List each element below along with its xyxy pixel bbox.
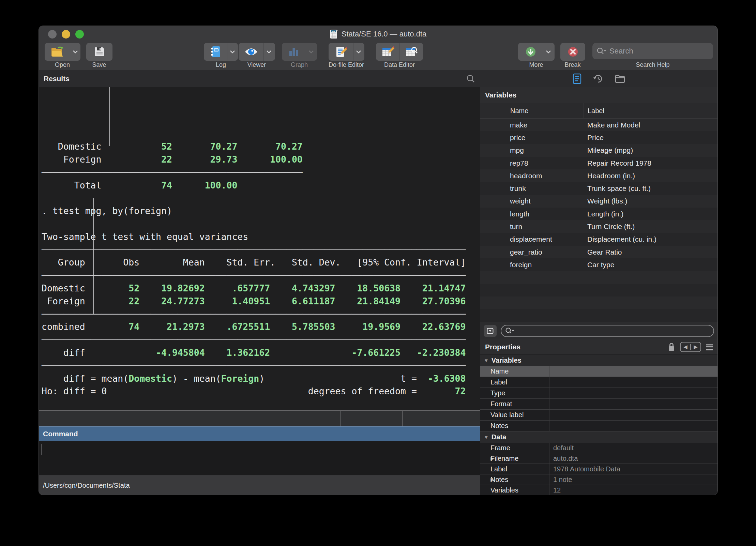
variable-row[interactable]: rep78Repair Record 1978: [480, 157, 717, 169]
graph-button[interactable]: [282, 43, 317, 61]
section-header-data[interactable]: ▼Data: [480, 431, 717, 443]
log-label: Log: [216, 61, 226, 69]
more-button[interactable]: [518, 43, 555, 61]
variable-row[interactable]: headroomHeadroom (in.): [480, 169, 717, 182]
graph-dropdown-chevron[interactable]: [306, 43, 316, 61]
log-notebook-icon: [204, 43, 227, 61]
results-line: [42, 192, 480, 204]
results-line: Total 74 100.00: [42, 179, 480, 192]
close-button[interactable]: [48, 30, 57, 39]
right-panel: Variables Name Label makeMake and Modelp…: [480, 70, 717, 495]
variables-filter-row: [480, 322, 717, 339]
expand-arrow-icon[interactable]: ▶: [480, 477, 490, 482]
variable-label: Turn Circle (ft.): [584, 223, 717, 231]
break-button[interactable]: [560, 43, 585, 61]
property-row-label[interactable]: Label1978 Automobile Data: [480, 464, 717, 474]
more-dropdown-chevron[interactable]: [543, 43, 553, 61]
property-label: Notes: [490, 476, 549, 484]
variable-row[interactable]: gear_ratioGear Ratio: [480, 246, 717, 258]
command-header: Command: [39, 426, 480, 441]
results-line: [42, 398, 480, 410]
property-value: 1978 Automobile Data: [549, 464, 717, 474]
save-button[interactable]: [86, 43, 112, 61]
data-editor-button[interactable]: [376, 43, 423, 61]
properties-header: Properties ◀ ▶: [480, 339, 717, 355]
viewer-eye-icon: [239, 43, 263, 61]
variable-row[interactable]: pricePrice: [480, 131, 717, 144]
open-dropdown-chevron[interactable]: [70, 43, 80, 61]
help-search-field[interactable]: Search: [592, 43, 713, 59]
minimize-button[interactable]: [62, 30, 70, 39]
property-value: [549, 377, 717, 388]
open-folder-icon: [45, 43, 70, 61]
collapse-triangle-icon: ▼: [484, 434, 489, 440]
variable-row[interactable]: makeMake and Model: [480, 119, 717, 131]
property-row-notes[interactable]: ▶Notes1 note: [480, 474, 717, 485]
column-label[interactable]: Label: [584, 103, 717, 118]
variable-label: Car type: [584, 261, 717, 269]
variable-label: Gear Ratio: [584, 248, 717, 256]
variable-row[interactable]: displacementDisplacement (cu. in.): [480, 233, 717, 246]
search-magnifier-icon: [596, 47, 607, 55]
results-line: combined 74 21.2973 .6725511 5.785503 19…: [42, 320, 480, 333]
variable-name: foreign: [494, 261, 584, 269]
zoom-button[interactable]: [75, 30, 84, 39]
tab-files-folder-icon[interactable]: [615, 74, 625, 84]
property-row-label[interactable]: Label: [480, 377, 717, 388]
log-button[interactable]: [204, 43, 238, 61]
section-header-variables[interactable]: ▼Variables: [480, 355, 717, 366]
property-row-name[interactable]: Name: [480, 366, 717, 377]
results-line: diff -4.945804 1.362162 -7.661225 -2.230…: [42, 346, 480, 359]
results-line: Domestic 52 70.27 70.27: [42, 140, 480, 153]
results-line: ────────────────────────────────────────…: [42, 269, 480, 282]
more-download-icon: [518, 43, 543, 61]
property-row-notes[interactable]: Notes: [480, 421, 717, 431]
dofile-dropdown-chevron[interactable]: [353, 43, 363, 61]
property-value: [549, 421, 717, 431]
results-search-icon[interactable]: [466, 74, 475, 83]
variable-row[interactable]: weightWeight (lbs.): [480, 195, 717, 208]
tab-history-icon[interactable]: [593, 73, 604, 84]
property-row-variables[interactable]: Variables12: [480, 485, 717, 495]
variable-row[interactable]: lengthLength (in.): [480, 208, 717, 220]
next-variable-button[interactable]: ▶: [690, 344, 700, 350]
table-vertical-rule: [109, 87, 110, 146]
variable-row[interactable]: mpgMileage (mpg): [480, 144, 717, 157]
previous-variable-button[interactable]: ◀: [681, 344, 690, 350]
section-title: Variables: [492, 357, 521, 364]
data-editor-browse-icon[interactable]: [399, 43, 423, 61]
dofile-editor-button[interactable]: [329, 43, 364, 61]
property-row-frame[interactable]: Framedefault: [480, 443, 717, 453]
command-input[interactable]: [39, 441, 480, 475]
results-output[interactable]: Domestic 52 70.27 70.27 Foreign 22 29.73…: [39, 87, 480, 410]
empty-row: [480, 271, 717, 284]
variable-row[interactable]: foreignCar type: [480, 258, 717, 271]
properties-menu-icon[interactable]: [706, 344, 713, 350]
results-header: Results: [39, 70, 480, 87]
filter-button[interactable]: [484, 325, 497, 337]
tab-variables-icon[interactable]: [572, 73, 582, 84]
open-button[interactable]: [45, 43, 80, 61]
open-label: Open: [55, 61, 70, 69]
lock-icon[interactable]: [668, 342, 675, 352]
results-footer-strip: [39, 410, 480, 426]
property-row-value-label[interactable]: Value label: [480, 410, 717, 421]
variables-search-field[interactable]: [501, 325, 714, 337]
property-label: Filename: [490, 455, 549, 462]
viewer-dropdown-chevron[interactable]: [263, 43, 274, 61]
viewer-button[interactable]: [239, 43, 275, 61]
variable-row[interactable]: trunkTrunk space (cu. ft.): [480, 182, 717, 195]
variable-label: Headroom (in.): [584, 172, 717, 180]
stata-window: STA Stata/SE 16.0 — auto.dta: [39, 26, 718, 495]
variable-label: Repair Record 1978: [584, 159, 717, 167]
variable-row[interactable]: turnTurn Circle (ft.): [480, 220, 717, 233]
property-row-format[interactable]: Format: [480, 399, 717, 410]
variable-name: make: [494, 121, 584, 129]
property-row-type[interactable]: Type: [480, 388, 717, 399]
column-name[interactable]: Name: [494, 103, 584, 118]
property-row-filename[interactable]: ▶Filenameauto.dta: [480, 453, 717, 464]
results-line: Two-sample t test with equal variances: [42, 230, 480, 243]
log-dropdown-chevron[interactable]: [227, 43, 237, 61]
ttest-table-vertical-rule: [93, 198, 94, 314]
expand-arrow-icon[interactable]: ▶: [480, 456, 490, 461]
